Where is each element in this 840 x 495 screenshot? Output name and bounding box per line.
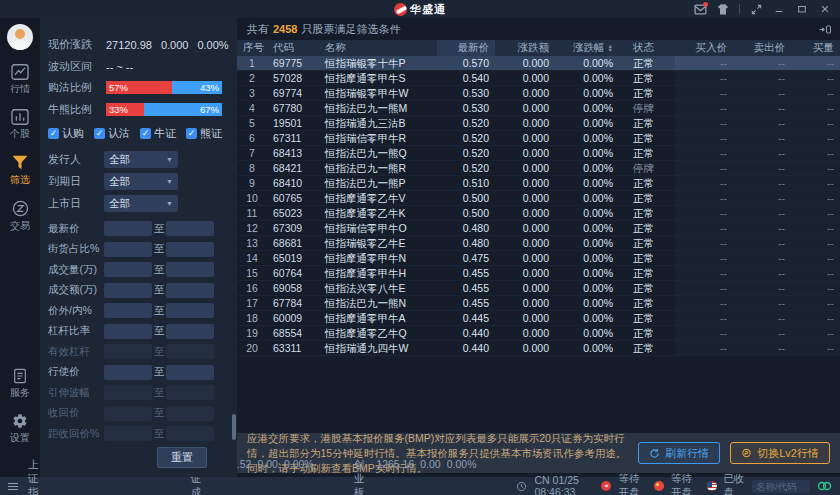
- table-row[interactable]: 2 57028 恒指摩通零甲牛S 0.540 0.000 0.00% 正常 --…: [237, 71, 840, 86]
- cell-bid: --: [675, 326, 733, 341]
- col-status[interactable]: 状态: [619, 40, 675, 56]
- col-code[interactable]: 代码: [267, 40, 319, 56]
- range-min-input[interactable]: [104, 303, 152, 318]
- table-row[interactable]: 7 68413 恒指法巴九一熊Q 0.520 0.000 0.00% 正常 --…: [237, 146, 840, 161]
- range-min-input[interactable]: [104, 324, 152, 339]
- restore-size-icon[interactable]: [749, 3, 763, 16]
- cell-status: 正常: [619, 86, 675, 101]
- range-max-input[interactable]: [166, 406, 214, 421]
- range-min-input[interactable]: [104, 283, 152, 298]
- mail-icon[interactable]: [693, 3, 707, 16]
- table-row[interactable]: 18 60009 恒指摩通零甲牛A 0.445 0.000 0.00% 正常 -…: [237, 311, 840, 326]
- index-cyb[interactable]: 创业板指 1265.16 0.00 0.00%: [354, 458, 477, 495]
- cell-bid-vol: --: [791, 266, 840, 281]
- table-row[interactable]: 11 65023 恒指摩通零乙牛K 0.500 0.000 0.00% 正常 -…: [237, 206, 840, 221]
- collapse-panel-icon[interactable]: [818, 24, 832, 35]
- sidebar-item-services[interactable]: 服务: [10, 368, 30, 400]
- table-row[interactable]: 17 67784 恒指法巴九一熊N 0.455 0.000 0.00% 正常 -…: [237, 296, 840, 311]
- table-row[interactable]: 19 68554 恒指摩通零乙牛Q 0.440 0.000 0.00% 正常 -…: [237, 326, 840, 341]
- switch-lv2-button[interactable]: 切换Lv2行情: [730, 442, 830, 464]
- cell-status: 正常: [619, 311, 675, 326]
- range-min-input[interactable]: [104, 242, 152, 257]
- search-input[interactable]: [752, 480, 810, 493]
- table-row[interactable]: 10 60765 恒指摩通零乙牛V 0.500 0.000 0.00% 正常 -…: [237, 191, 840, 206]
- range-max-input[interactable]: [166, 242, 214, 257]
- col-name[interactable]: 名称: [319, 40, 437, 56]
- sidebar-item-trade[interactable]: 交易: [10, 200, 30, 233]
- scrollbar-thumb[interactable]: [232, 414, 236, 440]
- table-row[interactable]: 8 68421 恒指法巴九一熊R 0.520 0.000 0.00% 停牌 --…: [237, 161, 840, 176]
- table-row[interactable]: 16 69058 恒指法兴零八牛E 0.455 0.000 0.00% 正常 -…: [237, 281, 840, 296]
- cell-ask: --: [733, 236, 791, 251]
- cell-status: 正常: [619, 176, 675, 191]
- cell-index: 18: [237, 311, 267, 326]
- expiry-dropdown[interactable]: 全部▼: [104, 173, 178, 190]
- cell-ask: --: [733, 146, 791, 161]
- range-min-input[interactable]: [104, 406, 152, 421]
- close-button[interactable]: [818, 3, 832, 16]
- range-max-input[interactable]: [166, 221, 214, 236]
- col-bid[interactable]: 买入价: [675, 40, 733, 56]
- table-row[interactable]: 14 65019 恒指摩通零甲牛N 0.475 0.000 0.00% 正常 -…: [237, 251, 840, 266]
- col-change-pct[interactable]: 涨跌幅▲▼: [555, 40, 619, 56]
- cell-code: 67311: [267, 131, 319, 146]
- us-market-status: 已收盘: [724, 472, 745, 495]
- user-avatar[interactable]: [7, 24, 33, 50]
- issuer-dropdown[interactable]: 全部▼: [104, 151, 178, 168]
- table-row[interactable]: 6 67311 恒指瑞信零甲牛R 0.520 0.000 0.00% 正常 --…: [237, 131, 840, 146]
- refresh-quotes-button[interactable]: 刷新行情: [638, 442, 720, 464]
- range-min-input[interactable]: [104, 221, 152, 236]
- range-max-input[interactable]: [166, 365, 214, 380]
- col-bid-vol[interactable]: 买量: [791, 40, 840, 56]
- menu-icon[interactable]: [8, 483, 18, 490]
- gear-icon: [12, 413, 28, 429]
- sidebar-item-screener[interactable]: 筛选: [10, 154, 30, 187]
- filter-range-row: 有效杠杆至: [48, 344, 229, 359]
- range-max-input[interactable]: [166, 426, 214, 441]
- range-max-input[interactable]: [166, 303, 214, 318]
- table-row[interactable]: 12 67309 恒指瑞信零甲牛O 0.480 0.000 0.00% 正常 -…: [237, 221, 840, 236]
- index-name: 创业板指: [354, 458, 371, 495]
- range-max-input[interactable]: [166, 324, 214, 339]
- table-row[interactable]: 9 68410 恒指法巴九一熊P 0.510 0.000 0.00% 正常 --…: [237, 176, 840, 191]
- sidebar-item-quotes[interactable]: 行情: [10, 64, 30, 96]
- col-last-price[interactable]: 最新价: [437, 40, 495, 56]
- table-row[interactable]: 13 68681 恒指瑞银零乙牛E 0.480 0.000 0.00% 正常 -…: [237, 236, 840, 251]
- result-summary: 共有 2458 只股票满足筛选条件: [237, 18, 840, 40]
- table-row[interactable]: 20 63311 恒指瑞通九四牛W 0.440 0.000 0.00% 正常 -…: [237, 341, 840, 356]
- maximize-button[interactable]: [795, 3, 809, 16]
- table-header-row: 序号 代码 名称 最新价 涨跌额 涨跌幅▲▼ 状态 买入价 卖出价 买量: [237, 40, 840, 56]
- range-min-input[interactable]: [104, 385, 152, 400]
- range-min-input[interactable]: [104, 426, 152, 441]
- table-row[interactable]: 15 60764 恒指摩通零甲牛H 0.455 0.000 0.00% 正常 -…: [237, 266, 840, 281]
- checkbox-bear[interactable]: ✓熊证: [186, 126, 222, 141]
- listing-date-dropdown[interactable]: 全部▼: [104, 195, 178, 212]
- sidebar-rail: 行情 个股 筛选 交易 服务: [0, 18, 40, 477]
- checkbox-call[interactable]: ✓认购: [48, 126, 84, 141]
- table-row[interactable]: 3 69774 恒指瑞银零甲牛W 0.530 0.000 0.00% 正常 --…: [237, 86, 840, 101]
- range-min-input[interactable]: [104, 262, 152, 277]
- cell-change: 0.000: [495, 176, 555, 191]
- checkbox-put[interactable]: ✓认沽: [94, 126, 130, 141]
- table-row[interactable]: 4 67780 恒指法巴九一熊M 0.530 0.000 0.00% 停牌 --…: [237, 101, 840, 116]
- col-change[interactable]: 涨跌额: [495, 40, 555, 56]
- sidebar-item-settings[interactable]: 设置: [10, 413, 30, 445]
- range-min-input[interactable]: [104, 365, 152, 380]
- range-max-input[interactable]: [166, 385, 214, 400]
- range-min-input[interactable]: [104, 344, 152, 359]
- range-max-input[interactable]: [166, 262, 214, 277]
- cell-name: 恒指法巴九一熊P: [319, 176, 437, 191]
- col-index[interactable]: 序号: [237, 40, 267, 56]
- cell-index: 17: [237, 296, 267, 311]
- sidebar-item-stocks[interactable]: 个股: [10, 109, 30, 141]
- theme-skin-icon[interactable]: [716, 3, 730, 16]
- checkbox-bull[interactable]: ✓牛证: [140, 126, 176, 141]
- range-max-input[interactable]: [166, 344, 214, 359]
- minimize-button[interactable]: [772, 3, 786, 16]
- link-status-icon[interactable]: [817, 481, 832, 491]
- table-row[interactable]: 1 69775 恒指瑞银零十牛P 0.570 0.000 0.00% 正常 --…: [237, 56, 840, 71]
- col-ask[interactable]: 卖出价: [733, 40, 791, 56]
- reset-button[interactable]: 重置: [157, 447, 207, 468]
- range-max-input[interactable]: [166, 283, 214, 298]
- table-row[interactable]: 5 19501 恒指瑞通九三沽B 0.520 0.000 0.00% 正常 --…: [237, 116, 840, 131]
